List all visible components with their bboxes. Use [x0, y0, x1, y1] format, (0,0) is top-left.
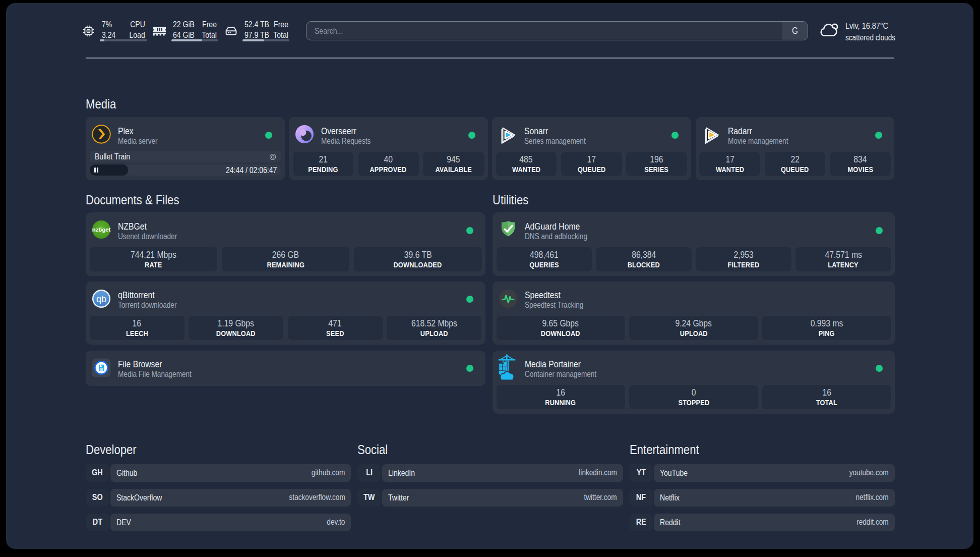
svg-text:nzbget: nzbget — [92, 227, 111, 233]
svg-text:qb: qb — [96, 294, 106, 304]
